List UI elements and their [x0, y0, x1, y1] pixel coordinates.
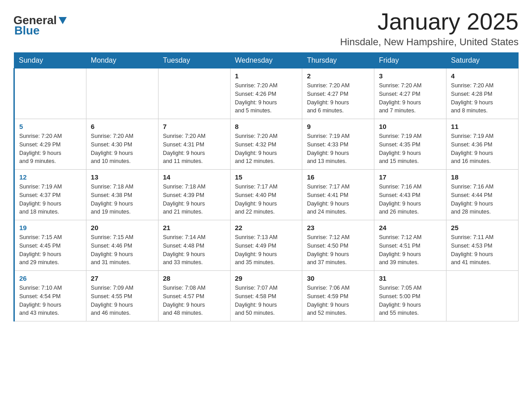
- calendar-day-cell: 28Sunrise: 7:08 AM Sunset: 4:57 PM Dayli…: [158, 271, 230, 321]
- day-number: 28: [163, 274, 226, 282]
- calendar-week-row: 1Sunrise: 7:20 AM Sunset: 4:26 PM Daylig…: [14, 68, 519, 119]
- day-info: Sunrise: 7:20 AM Sunset: 4:26 PM Dayligh…: [235, 81, 298, 115]
- day-number: 22: [235, 224, 298, 231]
- calendar-day-cell: 20Sunrise: 7:15 AM Sunset: 4:46 PM Dayli…: [86, 220, 158, 271]
- day-number: 24: [379, 224, 442, 231]
- calendar-week-row: 5Sunrise: 7:20 AM Sunset: 4:29 PM Daylig…: [14, 119, 519, 170]
- day-info: Sunrise: 7:15 AM Sunset: 4:45 PM Dayligh…: [19, 233, 82, 267]
- day-info: Sunrise: 7:06 AM Sunset: 4:59 PM Dayligh…: [307, 284, 369, 317]
- calendar-day-cell: 21Sunrise: 7:14 AM Sunset: 4:48 PM Dayli…: [158, 220, 230, 271]
- day-number: 20: [91, 224, 154, 231]
- day-info: Sunrise: 7:18 AM Sunset: 4:38 PM Dayligh…: [91, 183, 154, 216]
- day-info: Sunrise: 7:17 AM Sunset: 4:40 PM Dayligh…: [235, 183, 298, 216]
- day-number: 6: [91, 123, 154, 130]
- calendar-day-cell: 29Sunrise: 7:07 AM Sunset: 4:58 PM Dayli…: [230, 271, 302, 321]
- day-info: Sunrise: 7:12 AM Sunset: 4:51 PM Dayligh…: [379, 233, 442, 267]
- day-number: 5: [19, 123, 82, 130]
- day-number: 14: [163, 173, 226, 181]
- day-info: Sunrise: 7:14 AM Sunset: 4:48 PM Dayligh…: [163, 233, 226, 267]
- calendar-day-cell: 19Sunrise: 7:15 AM Sunset: 4:45 PM Dayli…: [14, 220, 86, 271]
- day-number: 2: [307, 72, 369, 80]
- day-info: Sunrise: 7:10 AM Sunset: 4:54 PM Dayligh…: [19, 284, 82, 317]
- day-number: 23: [307, 224, 369, 231]
- calendar-day-cell: 22Sunrise: 7:13 AM Sunset: 4:49 PM Dayli…: [230, 220, 302, 271]
- calendar-day-cell: 27Sunrise: 7:09 AM Sunset: 4:55 PM Dayli…: [86, 271, 158, 321]
- day-number: 10: [379, 123, 442, 130]
- calendar-day-cell: [158, 68, 230, 119]
- day-info: Sunrise: 7:20 AM Sunset: 4:28 PM Dayligh…: [451, 81, 514, 115]
- day-number: 30: [307, 274, 369, 282]
- day-info: Sunrise: 7:19 AM Sunset: 4:36 PM Dayligh…: [451, 132, 514, 166]
- calendar-day-cell: 11Sunrise: 7:19 AM Sunset: 4:36 PM Dayli…: [446, 119, 519, 170]
- day-number: 19: [19, 224, 82, 231]
- day-number: 25: [451, 224, 514, 231]
- calendar-day-cell: [14, 68, 86, 119]
- logo: General Blue: [13, 13, 68, 38]
- calendar-day-cell: 18Sunrise: 7:16 AM Sunset: 4:44 PM Dayli…: [446, 170, 519, 220]
- calendar-week-row: 26Sunrise: 7:10 AM Sunset: 4:54 PM Dayli…: [14, 271, 519, 321]
- svg-marker-0: [59, 17, 67, 24]
- day-number: 18: [451, 173, 514, 181]
- day-number: 7: [163, 123, 226, 130]
- day-number: 1: [235, 72, 298, 80]
- day-info: Sunrise: 7:20 AM Sunset: 4:30 PM Dayligh…: [91, 132, 154, 166]
- day-info: Sunrise: 7:19 AM Sunset: 4:33 PM Dayligh…: [307, 132, 369, 166]
- day-number: 26: [19, 274, 82, 282]
- title-section: January 2025 Hinsdale, New Hampshire, Un…: [340, 9, 519, 48]
- day-number: 9: [307, 123, 369, 130]
- location-title: Hinsdale, New Hampshire, United States: [340, 36, 519, 48]
- day-info: Sunrise: 7:17 AM Sunset: 4:41 PM Dayligh…: [307, 183, 369, 216]
- calendar-day-cell: 16Sunrise: 7:17 AM Sunset: 4:41 PM Dayli…: [302, 170, 374, 220]
- day-number: 11: [451, 123, 514, 130]
- calendar-day-cell: 10Sunrise: 7:19 AM Sunset: 4:35 PM Dayli…: [374, 119, 446, 170]
- calendar-day-cell: [86, 68, 158, 119]
- calendar-day-cell: 26Sunrise: 7:10 AM Sunset: 4:54 PM Dayli…: [14, 271, 86, 321]
- calendar-day-cell: 4Sunrise: 7:20 AM Sunset: 4:28 PM Daylig…: [446, 68, 519, 119]
- calendar-day-cell: 13Sunrise: 7:18 AM Sunset: 4:38 PM Dayli…: [86, 170, 158, 220]
- day-info: Sunrise: 7:20 AM Sunset: 4:27 PM Dayligh…: [379, 81, 442, 115]
- calendar-day-cell: 24Sunrise: 7:12 AM Sunset: 4:51 PM Dayli…: [374, 220, 446, 271]
- day-number: 15: [235, 173, 298, 181]
- day-info: Sunrise: 7:12 AM Sunset: 4:50 PM Dayligh…: [307, 233, 369, 267]
- calendar-day-cell: 6Sunrise: 7:20 AM Sunset: 4:30 PM Daylig…: [86, 119, 158, 170]
- day-number: 13: [91, 173, 154, 181]
- month-title: January 2025: [340, 9, 519, 34]
- calendar-header-wednesday: Wednesday: [230, 53, 302, 68]
- calendar-day-cell: 2Sunrise: 7:20 AM Sunset: 4:27 PM Daylig…: [302, 68, 374, 119]
- calendar-day-cell: 30Sunrise: 7:06 AM Sunset: 4:59 PM Dayli…: [302, 271, 374, 321]
- day-info: Sunrise: 7:07 AM Sunset: 4:58 PM Dayligh…: [235, 284, 298, 317]
- day-info: Sunrise: 7:20 AM Sunset: 4:31 PM Dayligh…: [163, 132, 226, 166]
- calendar-day-cell: 9Sunrise: 7:19 AM Sunset: 4:33 PM Daylig…: [302, 119, 374, 170]
- day-info: Sunrise: 7:19 AM Sunset: 4:35 PM Dayligh…: [379, 132, 442, 166]
- day-info: Sunrise: 7:08 AM Sunset: 4:57 PM Dayligh…: [163, 284, 226, 317]
- calendar-day-cell: [446, 271, 519, 321]
- day-number: 31: [379, 274, 442, 282]
- page-header: General Blue January 2025 Hinsdale, New …: [13, 9, 519, 48]
- logo-triangle-icon: [58, 15, 68, 25]
- calendar-day-cell: 5Sunrise: 7:20 AM Sunset: 4:29 PM Daylig…: [14, 119, 86, 170]
- day-info: Sunrise: 7:13 AM Sunset: 4:49 PM Dayligh…: [235, 233, 298, 267]
- day-number: 29: [235, 274, 298, 282]
- calendar-day-cell: 23Sunrise: 7:12 AM Sunset: 4:50 PM Dayli…: [302, 220, 374, 271]
- calendar-header-row: SundayMondayTuesdayWednesdayThursdayFrid…: [14, 53, 519, 68]
- day-number: 21: [163, 224, 226, 231]
- calendar-day-cell: 12Sunrise: 7:19 AM Sunset: 4:37 PM Dayli…: [14, 170, 86, 220]
- calendar-header-monday: Monday: [86, 53, 158, 68]
- day-info: Sunrise: 7:09 AM Sunset: 4:55 PM Dayligh…: [91, 284, 154, 317]
- day-number: 16: [307, 173, 369, 181]
- day-info: Sunrise: 7:19 AM Sunset: 4:37 PM Dayligh…: [19, 183, 82, 216]
- calendar-day-cell: 8Sunrise: 7:20 AM Sunset: 4:32 PM Daylig…: [230, 119, 302, 170]
- calendar-day-cell: 17Sunrise: 7:16 AM Sunset: 4:43 PM Dayli…: [374, 170, 446, 220]
- calendar-table: SundayMondayTuesdayWednesdayThursdayFrid…: [13, 52, 519, 321]
- calendar-day-cell: 15Sunrise: 7:17 AM Sunset: 4:40 PM Dayli…: [230, 170, 302, 220]
- day-info: Sunrise: 7:20 AM Sunset: 4:27 PM Dayligh…: [307, 81, 369, 115]
- calendar-header-thursday: Thursday: [302, 53, 374, 68]
- calendar-header-friday: Friday: [374, 53, 446, 68]
- calendar-day-cell: 7Sunrise: 7:20 AM Sunset: 4:31 PM Daylig…: [158, 119, 230, 170]
- day-info: Sunrise: 7:05 AM Sunset: 5:00 PM Dayligh…: [379, 284, 442, 317]
- day-number: 27: [91, 274, 154, 282]
- calendar-week-row: 19Sunrise: 7:15 AM Sunset: 4:45 PM Dayli…: [14, 220, 519, 271]
- calendar-day-cell: 31Sunrise: 7:05 AM Sunset: 5:00 PM Dayli…: [374, 271, 446, 321]
- day-info: Sunrise: 7:16 AM Sunset: 4:43 PM Dayligh…: [379, 183, 442, 216]
- calendar-header-sunday: Sunday: [14, 53, 86, 68]
